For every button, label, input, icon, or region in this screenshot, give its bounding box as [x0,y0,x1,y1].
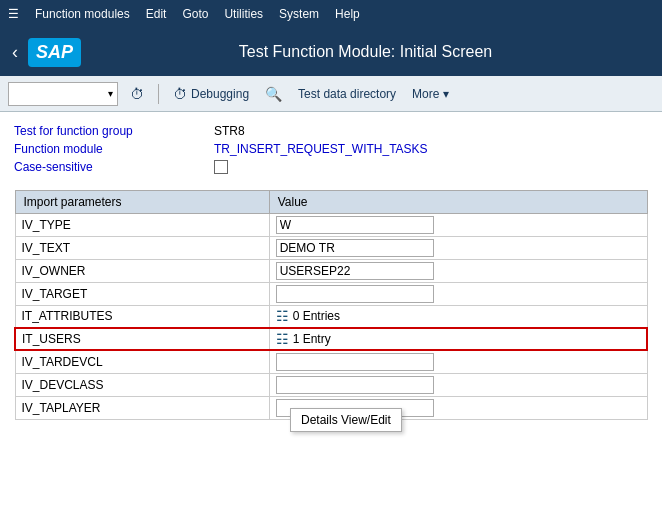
menu-function-modules[interactable]: Function modules [35,7,130,21]
param-value-cell[interactable]: ☷1 Entry [269,328,647,350]
param-value-cell[interactable] [269,260,647,283]
param-value-cell[interactable]: ☷0 Entries [269,306,647,328]
group-row: Test for function group STR8 [14,124,648,138]
param-value-cell[interactable] [269,350,647,374]
header-bar: ‹ SAP Test Function Module: Initial Scre… [0,28,662,76]
col-value: Value [269,191,647,214]
table-icon: ☷ [276,308,289,324]
param-value-cell[interactable] [269,373,647,396]
menu-goto[interactable]: Goto [182,7,208,21]
table-row: IV_TYPE [15,214,647,237]
case-checkbox[interactable] [214,160,228,174]
test-data-label: Test data directory [298,87,396,101]
param-input[interactable] [276,376,434,394]
menu-system[interactable]: System [279,7,319,21]
more-button[interactable]: More ▾ [408,85,453,103]
menu-help[interactable]: Help [335,7,360,21]
param-input[interactable] [276,239,434,257]
menu-bar: ☰ Function modules Edit Goto Utilities S… [0,0,662,28]
param-name-cell: IV_TARDEVCL [15,350,269,374]
case-label: Case-sensitive [14,160,214,174]
table-row: IV_DEVCLASS [15,373,647,396]
param-input[interactable] [276,353,434,371]
param-input[interactable] [276,262,434,280]
entry-text: 1 Entry [293,332,331,346]
debug-icon: ⏱ [173,86,187,102]
more-label: More [412,87,439,101]
zoom-icon: 🔍 [265,86,282,102]
debugging-label: Debugging [191,87,249,101]
param-name-cell: IV_TAPLAYER [15,396,269,419]
param-name-cell: IV_TARGET [15,283,269,306]
case-row: Case-sensitive [14,160,648,174]
history-button[interactable]: ⏱ [126,84,148,104]
zoom-button[interactable]: 🔍 [261,84,286,104]
table-header-row: Import parameters Value [15,191,647,214]
param-input[interactable] [276,216,434,234]
module-value[interactable]: TR_INSERT_REQUEST_WITH_TASKS [214,142,428,156]
table-row: IV_TARGET [15,283,647,306]
table-row: IV_TARDEVCL [15,350,647,374]
param-name-cell: IT_USERS [15,328,269,350]
page-title: Test Function Module: Initial Screen [81,43,650,61]
menu-utilities[interactable]: Utilities [224,7,263,21]
sap-logo-text: SAP [36,42,73,63]
param-value-cell[interactable] [269,283,647,306]
table-row: IV_OWNER [15,260,647,283]
param-name-cell: IV_TEXT [15,237,269,260]
table-row: IT_USERS☷1 Entry [15,328,647,350]
module-label: Function module [14,142,214,156]
history-icon: ⏱ [130,86,144,102]
menu-edit[interactable]: Edit [146,7,167,21]
param-input[interactable] [276,285,434,303]
param-name-cell: IV_TYPE [15,214,269,237]
back-button[interactable]: ‹ [12,42,18,63]
tooltip-popup: Details View/Edit [290,408,402,432]
content-area: Test for function group STR8 Function mo… [0,112,662,432]
info-section: Test for function group STR8 Function mo… [14,124,648,174]
group-value: STR8 [214,124,245,138]
table-row: IV_TEXT [15,237,647,260]
param-name-cell: IV_DEVCLASS [15,373,269,396]
sap-logo: SAP [28,38,81,67]
col-import-params: Import parameters [15,191,269,214]
entry-text: 0 Entries [293,309,340,323]
toolbar: ▾ ⏱ ⏱ Debugging 🔍 Test data directory Mo… [0,76,662,112]
param-name-cell: IV_OWNER [15,260,269,283]
param-name-cell: IT_ATTRIBUTES [15,306,269,328]
module-row: Function module TR_INSERT_REQUEST_WITH_T… [14,142,648,156]
toolbar-dropdown[interactable]: ▾ [8,82,118,106]
toolbar-separator-1 [158,84,159,104]
hamburger-icon[interactable]: ☰ [8,7,19,21]
params-table: Import parameters Value IV_TYPEIV_TEXTIV… [14,190,648,420]
param-value-cell[interactable] [269,237,647,260]
param-value-cell[interactable] [269,214,647,237]
group-label: Test for function group [14,124,214,138]
chevron-down-icon: ▾ [108,88,113,99]
more-arrow-icon: ▾ [443,87,449,101]
tooltip-text: Details View/Edit [301,413,391,427]
test-data-button[interactable]: Test data directory [294,85,400,103]
table-row: IT_ATTRIBUTES☷0 Entries [15,306,647,328]
table-icon: ☷ [276,331,289,347]
debugging-button[interactable]: ⏱ Debugging [169,84,253,104]
